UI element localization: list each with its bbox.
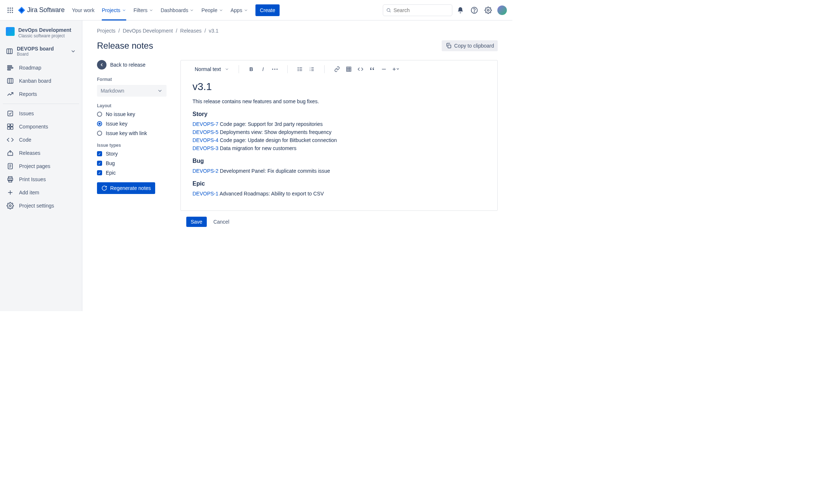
italic-button[interactable]: I [258, 64, 268, 74]
jira-logo[interactable]: Jira Software [18, 6, 64, 14]
chevron-down-icon [157, 88, 163, 94]
format-select[interactable]: Markdown [97, 85, 167, 97]
editor-footer: Save Cancel [180, 211, 498, 233]
settings-icon [7, 202, 14, 209]
link-button[interactable] [332, 64, 342, 74]
issue-key[interactable]: DEVOPS-2 [192, 168, 218, 174]
back-to-release[interactable]: Back to release [97, 60, 167, 70]
layout-option-issue-key-with-link[interactable]: Issue key with link [97, 130, 167, 136]
user-avatar[interactable] [496, 4, 508, 16]
sidebar-item-print-issues[interactable]: Print Issues [3, 173, 79, 186]
search-box[interactable] [383, 4, 452, 16]
svg-rect-26 [8, 127, 10, 130]
sidebar-item-releases[interactable]: Releases [3, 146, 79, 160]
board-name: DEVOPS board [17, 46, 67, 52]
regenerate-button[interactable]: Regenerate notes [97, 182, 155, 194]
sidebar-item-project-settings[interactable]: Project settings [3, 199, 79, 212]
breadcrumb-item[interactable]: Projects [97, 28, 116, 34]
bold-button[interactable]: B [246, 64, 257, 74]
issue-type-bug[interactable]: ✓Bug [97, 160, 167, 166]
svg-point-2 [12, 7, 13, 8]
sidebar-item-label: Releases [19, 150, 40, 156]
breadcrumb-item[interactable]: DevOps Development [123, 28, 173, 34]
pages-icon [7, 163, 14, 170]
issue-type-story[interactable]: ✓Story [97, 151, 167, 157]
project-header[interactable]: DevOps Development Classic software proj… [3, 27, 79, 43]
nav-link-filters[interactable]: Filters [131, 0, 156, 20]
svg-point-43 [298, 67, 298, 68]
svg-rect-14 [7, 49, 12, 53]
toolbar-separator [239, 65, 239, 73]
cancel-button[interactable]: Cancel [212, 217, 231, 227]
nav-link-projects[interactable]: Projects [99, 0, 129, 20]
sidebar-item-project-pages[interactable]: Project pages [3, 160, 79, 173]
issue-key[interactable]: DEVOPS-7 [192, 121, 218, 127]
breadcrumb-item[interactable]: v3.1 [209, 28, 218, 34]
bullet-list-button[interactable] [295, 64, 305, 74]
toolbar-separator [324, 65, 325, 73]
svg-rect-18 [8, 67, 13, 68]
issue-key[interactable]: DEVOPS-5 [192, 129, 218, 135]
settings-icon[interactable] [482, 4, 494, 16]
section-heading: Story [192, 111, 486, 117]
numbered-list-button[interactable]: 123 [307, 64, 317, 74]
breadcrumb-separator: / [176, 28, 177, 34]
code-button[interactable] [355, 64, 366, 74]
sidebar-item-reports[interactable]: Reports [3, 87, 79, 101]
horizontal-rule-button[interactable] [379, 64, 389, 74]
checkbox-icon: ✓ [97, 161, 102, 166]
issue-key[interactable]: DEVOPS-4 [192, 137, 218, 143]
sidebar-item-roadmap[interactable]: Roadmap [3, 61, 79, 74]
sidebar-item-issues[interactable]: Issues [3, 107, 79, 120]
nav-link-dashboards[interactable]: Dashboards [158, 0, 197, 20]
issue-key[interactable]: DEVOPS-1 [192, 191, 218, 197]
sidebar-item-label: Code [19, 137, 31, 143]
sidebar-item-label: Kanban board [19, 78, 51, 84]
sidebar-item-code[interactable]: Code [3, 133, 79, 146]
nav-links: Your workProjectsFiltersDashboardsPeople… [69, 0, 251, 20]
breadcrumb-item[interactable]: Releases [180, 28, 201, 34]
components-icon [7, 123, 14, 130]
sidebar-item-add-item[interactable]: Add item [3, 186, 79, 199]
notifications-icon[interactable] [455, 4, 466, 16]
issue-key[interactable]: DEVOPS-3 [192, 145, 218, 151]
insert-more-button[interactable] [390, 64, 401, 74]
radio-label: Issue key [106, 121, 127, 127]
save-button[interactable]: Save [186, 217, 207, 227]
search-input[interactable] [393, 7, 449, 13]
app-switcher-icon[interactable] [4, 4, 16, 16]
sidebar-items-bottom: IssuesComponentsCodeReleasesProject page… [3, 107, 79, 212]
editor-body[interactable]: v3.1 This release contains new features … [181, 78, 497, 210]
svg-point-8 [12, 12, 13, 13]
copy-to-clipboard-button[interactable]: Copy to clipboard [442, 40, 498, 51]
issue-types-check-group: ✓Story✓Bug✓Epic [97, 151, 167, 176]
nav-link-people[interactable]: People [198, 0, 226, 20]
sidebar-item-components[interactable]: Components [3, 120, 79, 133]
help-icon[interactable] [468, 4, 480, 16]
layout-option-issue-key[interactable]: Issue key [97, 121, 167, 127]
board-selector[interactable]: DEVOPS board Board [3, 43, 79, 60]
editor-panel: Normal text B I [180, 60, 498, 211]
text-style-value: Normal text [195, 66, 221, 72]
nav-link-apps[interactable]: Apps [228, 0, 251, 20]
sidebar-item-kanban-board[interactable]: Kanban board [3, 74, 79, 87]
checkbox-icon: ✓ [97, 151, 102, 156]
svg-point-9 [387, 8, 390, 11]
svg-point-40 [272, 69, 273, 70]
table-button[interactable] [344, 64, 354, 74]
quote-button[interactable] [367, 64, 377, 74]
sidebar: DevOps Development Classic software proj… [0, 20, 82, 311]
layout-option-no-issue-key[interactable]: No issue key [97, 111, 167, 117]
nav-link-your-work[interactable]: Your work [69, 0, 97, 20]
create-button[interactable]: Create [255, 4, 280, 16]
issue-line: DEVOPS-4 Code page: Update design for Bi… [192, 137, 486, 143]
more-formatting-button[interactable] [270, 64, 280, 74]
issue-types-label: Issue types [97, 143, 167, 148]
format-value: Markdown [101, 88, 124, 94]
project-subtitle: Classic software project [18, 33, 71, 38]
regenerate-label: Regenerate notes [110, 185, 151, 191]
issue-type-epic[interactable]: ✓Epic [97, 170, 167, 176]
text-style-select[interactable]: Normal text [192, 66, 231, 72]
issue-summary: Development Panel: Fix duplicate commits… [220, 168, 330, 174]
breadcrumb: Projects/DevOps Development/Releases/v3.… [97, 28, 498, 34]
